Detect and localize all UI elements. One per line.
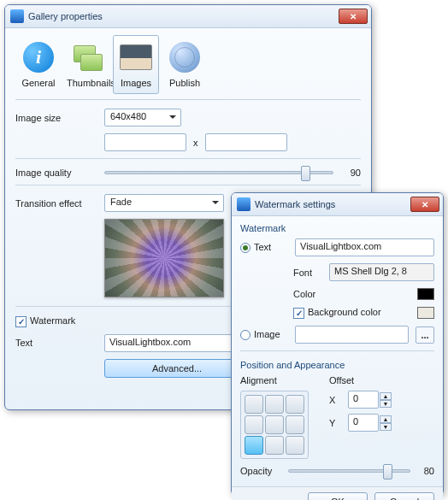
images-icon xyxy=(120,44,152,70)
font-label: Font xyxy=(293,268,322,278)
align-mr[interactable] xyxy=(286,415,304,434)
alignment-grid[interactable] xyxy=(240,391,309,459)
tab-images[interactable]: Images xyxy=(113,35,159,94)
globe-icon xyxy=(169,42,200,73)
opacity-value: 80 xyxy=(417,466,434,476)
transition-preview xyxy=(104,219,224,297)
opacity-label: Opacity xyxy=(240,466,281,476)
chevron-down-icon: ▼ xyxy=(380,400,392,408)
alignment-label: Aligment xyxy=(240,375,322,385)
close-button[interactable]: ✕ xyxy=(410,197,439,212)
window-title: Gallery properties xyxy=(28,11,339,21)
transition-combo[interactable]: Fade xyxy=(104,194,224,212)
info-icon: i xyxy=(23,42,54,73)
thumbnails-icon xyxy=(72,42,103,73)
watermark-group-label: Watermark xyxy=(240,223,434,233)
advanced-button[interactable]: Advanced... xyxy=(104,359,250,378)
image-quality-label: Image quality xyxy=(15,168,97,178)
align-tc[interactable] xyxy=(265,395,284,414)
align-tr[interactable] xyxy=(286,395,304,414)
tab-general[interactable]: i General xyxy=(15,35,62,94)
chevron-up-icon: ▲ xyxy=(380,392,392,400)
image-quality-value: 90 xyxy=(340,168,361,178)
app-icon xyxy=(10,9,24,23)
tab-thumbnails[interactable]: Thumbnails xyxy=(64,35,110,94)
chevron-up-icon: ▲ xyxy=(380,415,392,423)
x-separator: x xyxy=(193,138,198,148)
offset-label: Offset xyxy=(329,375,392,385)
offset-x-spinner[interactable]: 0▲▼ xyxy=(348,391,392,409)
titlebar[interactable]: Gallery properties ✕ xyxy=(5,5,371,28)
image-quality-slider[interactable] xyxy=(104,171,333,174)
text-radio[interactable]: Text xyxy=(240,242,288,253)
watermark-checkbox[interactable]: Watermark xyxy=(15,315,75,327)
image-size-label: Image size xyxy=(15,113,97,123)
bgcolor-swatch[interactable] xyxy=(417,307,434,319)
app-icon xyxy=(237,197,251,211)
browse-button[interactable]: ... xyxy=(416,326,434,344)
titlebar[interactable]: Watermark settings ✕ xyxy=(232,193,443,216)
offset-y-spinner[interactable]: 0▲▼ xyxy=(348,414,392,432)
align-br[interactable] xyxy=(286,436,304,455)
color-swatch[interactable] xyxy=(417,288,434,300)
image-height-input[interactable] xyxy=(205,133,287,151)
slider-thumb[interactable] xyxy=(301,166,310,181)
position-group-label: Position and Appearance xyxy=(240,360,434,370)
image-width-input[interactable] xyxy=(104,133,186,151)
image-radio[interactable]: Image xyxy=(240,329,288,340)
align-bl[interactable] xyxy=(245,436,263,455)
align-ml[interactable] xyxy=(245,415,263,434)
close-button[interactable]: ✕ xyxy=(339,9,368,24)
image-size-combo[interactable]: 640x480 xyxy=(104,109,181,126)
image-path-input[interactable] xyxy=(295,326,409,344)
window-title: Watermark settings xyxy=(255,199,410,209)
watermark-text-input[interactable]: VisualLightbox.com xyxy=(104,334,250,352)
text-label: Text xyxy=(15,338,97,348)
chevron-down-icon: ▼ xyxy=(380,423,392,431)
bgcolor-checkbox[interactable]: Background color xyxy=(293,307,410,319)
watermark-text-input[interactable]: VisualLightbox.com xyxy=(295,238,434,256)
cancel-button[interactable]: Cancel xyxy=(374,492,434,500)
align-bc[interactable] xyxy=(265,436,284,455)
opacity-slider[interactable] xyxy=(288,469,410,473)
slider-thumb[interactable] xyxy=(383,464,392,479)
ok-button[interactable]: OK xyxy=(308,492,368,500)
watermark-settings-window: Watermark settings ✕ Watermark Text Visu… xyxy=(231,192,444,496)
color-label: Color xyxy=(293,289,410,299)
font-field[interactable]: MS Shell Dlg 2, 8 xyxy=(329,263,434,281)
tab-publish[interactable]: Publish xyxy=(162,35,208,94)
transition-label: Transition effect xyxy=(15,198,97,209)
tab-strip: i General Thumbnails Images Publish xyxy=(15,35,361,94)
align-tl[interactable] xyxy=(245,395,263,414)
align-mc[interactable] xyxy=(265,415,284,434)
